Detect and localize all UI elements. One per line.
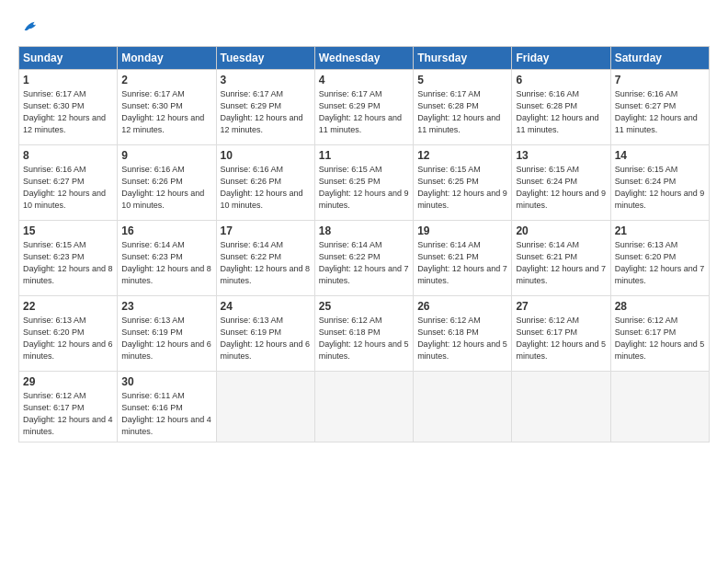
weekday-header-friday: Friday	[512, 47, 610, 70]
day-number: 24	[221, 300, 311, 313]
day-info: Sunrise: 6:16 AMSunset: 6:28 PMDaylight:…	[516, 88, 606, 136]
calendar-day-cell	[512, 372, 610, 442]
day-info: Sunrise: 6:13 AMSunset: 6:20 PMDaylight:…	[23, 315, 113, 362]
day-info: Sunrise: 6:13 AMSunset: 6:19 PMDaylight:…	[221, 315, 311, 362]
day-info: Sunrise: 6:15 AMSunset: 6:24 PMDaylight:…	[516, 164, 606, 212]
calendar-week-row: 15Sunrise: 6:15 AMSunset: 6:23 PMDayligh…	[19, 221, 710, 296]
day-info: Sunrise: 6:12 AMSunset: 6:17 PMDaylight:…	[516, 315, 606, 362]
day-number: 4	[319, 74, 409, 86]
day-info: Sunrise: 6:12 AMSunset: 6:17 PMDaylight:…	[23, 390, 113, 438]
day-number: 12	[417, 149, 507, 162]
day-info: Sunrise: 6:15 AMSunset: 6:25 PMDaylight:…	[319, 164, 409, 212]
day-number: 10	[221, 149, 311, 162]
calendar-day-cell: 2Sunrise: 6:17 AMSunset: 6:30 PMDaylight…	[118, 70, 216, 145]
calendar-day-cell: 13Sunrise: 6:15 AMSunset: 6:24 PMDayligh…	[512, 145, 610, 221]
weekday-header-thursday: Thursday	[414, 47, 512, 70]
calendar-day-cell: 15Sunrise: 6:15 AMSunset: 6:23 PMDayligh…	[19, 221, 118, 296]
calendar-week-row: 8Sunrise: 6:16 AMSunset: 6:27 PMDaylight…	[19, 145, 710, 221]
day-number: 1	[23, 74, 113, 86]
day-number: 28	[615, 300, 705, 313]
calendar-day-cell: 1Sunrise: 6:17 AMSunset: 6:30 PMDaylight…	[19, 70, 118, 145]
day-info: Sunrise: 6:17 AMSunset: 6:29 PMDaylight:…	[319, 88, 409, 136]
logo	[18, 17, 41, 37]
day-info: Sunrise: 6:13 AMSunset: 6:20 PMDaylight:…	[615, 239, 705, 287]
calendar-day-cell: 26Sunrise: 6:12 AMSunset: 6:18 PMDayligh…	[414, 296, 512, 372]
calendar-day-cell: 16Sunrise: 6:14 AMSunset: 6:23 PMDayligh…	[118, 221, 216, 296]
day-info: Sunrise: 6:17 AMSunset: 6:30 PMDaylight:…	[23, 88, 113, 136]
calendar-table: SundayMondayTuesdayWednesdayThursdayFrid…	[18, 46, 710, 442]
weekday-header-row: SundayMondayTuesdayWednesdayThursdayFrid…	[19, 47, 710, 70]
day-number: 5	[417, 74, 507, 86]
day-info: Sunrise: 6:14 AMSunset: 6:22 PMDaylight:…	[221, 239, 311, 287]
day-info: Sunrise: 6:17 AMSunset: 6:29 PMDaylight:…	[221, 88, 311, 136]
calendar-day-cell: 9Sunrise: 6:16 AMSunset: 6:26 PMDaylight…	[118, 145, 216, 221]
day-number: 17	[221, 224, 311, 237]
calendar-day-cell	[216, 372, 314, 442]
day-info: Sunrise: 6:16 AMSunset: 6:26 PMDaylight:…	[221, 164, 311, 212]
day-number: 3	[221, 74, 311, 86]
day-info: Sunrise: 6:15 AMSunset: 6:24 PMDaylight:…	[615, 164, 705, 212]
calendar-day-cell: 4Sunrise: 6:17 AMSunset: 6:29 PMDaylight…	[314, 70, 413, 145]
day-info: Sunrise: 6:17 AMSunset: 6:28 PMDaylight:…	[417, 88, 507, 136]
weekday-header-sunday: Sunday	[19, 47, 118, 70]
day-info: Sunrise: 6:12 AMSunset: 6:18 PMDaylight:…	[417, 315, 507, 362]
day-number: 14	[615, 149, 705, 162]
calendar-day-cell: 28Sunrise: 6:12 AMSunset: 6:17 PMDayligh…	[610, 296, 709, 372]
day-number: 30	[121, 375, 211, 388]
calendar-day-cell: 8Sunrise: 6:16 AMSunset: 6:27 PMDaylight…	[19, 145, 118, 221]
day-number: 8	[23, 149, 113, 162]
day-info: Sunrise: 6:17 AMSunset: 6:30 PMDaylight:…	[121, 88, 211, 136]
day-number: 13	[516, 149, 606, 162]
day-info: Sunrise: 6:12 AMSunset: 6:17 PMDaylight:…	[615, 315, 705, 362]
header	[18, 17, 710, 37]
calendar-day-cell: 21Sunrise: 6:13 AMSunset: 6:20 PMDayligh…	[610, 221, 709, 296]
day-number: 18	[319, 224, 409, 237]
day-number: 19	[417, 224, 507, 237]
weekday-header-tuesday: Tuesday	[216, 47, 314, 70]
calendar-day-cell: 29Sunrise: 6:12 AMSunset: 6:17 PMDayligh…	[19, 372, 118, 442]
day-number: 22	[23, 300, 113, 313]
day-number: 9	[121, 149, 211, 162]
day-info: Sunrise: 6:14 AMSunset: 6:22 PMDaylight:…	[319, 239, 409, 287]
day-info: Sunrise: 6:13 AMSunset: 6:19 PMDaylight:…	[121, 315, 211, 362]
calendar-day-cell: 14Sunrise: 6:15 AMSunset: 6:24 PMDayligh…	[610, 145, 709, 221]
day-number: 27	[516, 300, 606, 313]
day-number: 16	[121, 224, 211, 237]
day-number: 6	[516, 74, 606, 86]
day-info: Sunrise: 6:11 AMSunset: 6:16 PMDaylight:…	[121, 390, 211, 438]
calendar-day-cell: 20Sunrise: 6:14 AMSunset: 6:21 PMDayligh…	[512, 221, 610, 296]
calendar-day-cell: 6Sunrise: 6:16 AMSunset: 6:28 PMDaylight…	[512, 70, 610, 145]
calendar-day-cell: 11Sunrise: 6:15 AMSunset: 6:25 PMDayligh…	[314, 145, 413, 221]
day-number: 23	[121, 300, 211, 313]
day-number: 25	[319, 300, 409, 313]
calendar-day-cell: 18Sunrise: 6:14 AMSunset: 6:22 PMDayligh…	[314, 221, 413, 296]
calendar-week-row: 22Sunrise: 6:13 AMSunset: 6:20 PMDayligh…	[19, 296, 710, 372]
calendar-day-cell: 12Sunrise: 6:15 AMSunset: 6:25 PMDayligh…	[414, 145, 512, 221]
day-number: 11	[319, 149, 409, 162]
day-number: 29	[23, 375, 113, 388]
calendar-day-cell: 7Sunrise: 6:16 AMSunset: 6:27 PMDaylight…	[610, 70, 709, 145]
calendar-day-cell: 10Sunrise: 6:16 AMSunset: 6:26 PMDayligh…	[216, 145, 314, 221]
day-info: Sunrise: 6:15 AMSunset: 6:23 PMDaylight:…	[23, 239, 113, 287]
weekday-header-monday: Monday	[118, 47, 216, 70]
calendar-day-cell: 22Sunrise: 6:13 AMSunset: 6:20 PMDayligh…	[19, 296, 118, 372]
day-info: Sunrise: 6:15 AMSunset: 6:25 PMDaylight:…	[417, 164, 507, 212]
day-number: 2	[121, 74, 211, 86]
day-info: Sunrise: 6:14 AMSunset: 6:21 PMDaylight:…	[417, 239, 507, 287]
day-number: 20	[516, 224, 606, 237]
weekday-header-saturday: Saturday	[610, 47, 709, 70]
calendar-day-cell: 19Sunrise: 6:14 AMSunset: 6:21 PMDayligh…	[414, 221, 512, 296]
day-info: Sunrise: 6:14 AMSunset: 6:23 PMDaylight:…	[121, 239, 211, 287]
calendar-day-cell: 24Sunrise: 6:13 AMSunset: 6:19 PMDayligh…	[216, 296, 314, 372]
calendar-week-row: 29Sunrise: 6:12 AMSunset: 6:17 PMDayligh…	[19, 372, 710, 442]
day-info: Sunrise: 6:16 AMSunset: 6:27 PMDaylight:…	[23, 164, 113, 212]
calendar-day-cell	[314, 372, 413, 442]
weekday-header-wednesday: Wednesday	[314, 47, 413, 70]
calendar-day-cell: 27Sunrise: 6:12 AMSunset: 6:17 PMDayligh…	[512, 296, 610, 372]
day-number: 7	[615, 74, 705, 86]
day-number: 21	[615, 224, 705, 237]
calendar-day-cell: 3Sunrise: 6:17 AMSunset: 6:29 PMDaylight…	[216, 70, 314, 145]
day-info: Sunrise: 6:16 AMSunset: 6:27 PMDaylight:…	[615, 88, 705, 136]
day-number: 26	[417, 300, 507, 313]
logo-bird-icon	[21, 17, 41, 37]
